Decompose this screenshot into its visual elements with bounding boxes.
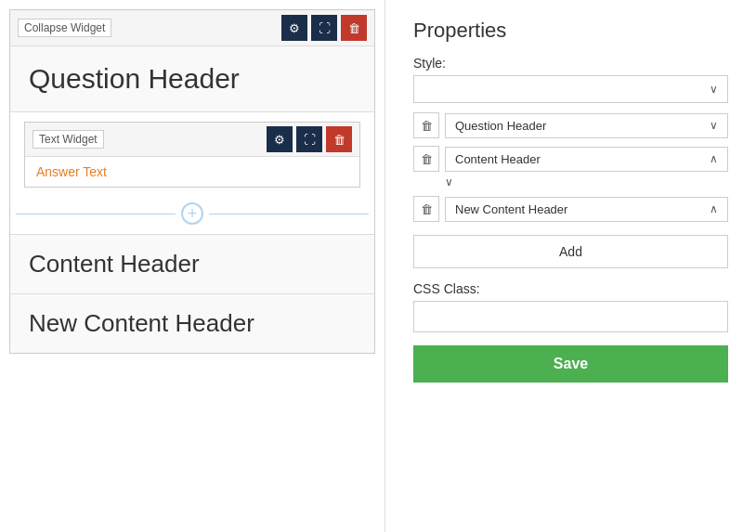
content-header-style-label: Content Header [455, 152, 541, 166]
text-widget-expand-button[interactable]: ⛶ [296, 126, 322, 152]
collapse-widget: Collapse Widget ⚙ ⛶ 🗑 Question Header Te… [9, 9, 375, 354]
style-rows: 🗑 Question Header ∨ 🗑 Content Header ∧ ∨… [413, 112, 728, 222]
style-select-arrow: ∨ [710, 83, 718, 96]
text-widget-delete-button[interactable]: 🗑 [326, 126, 352, 152]
text-widget-settings-button[interactable]: ⚙ [267, 126, 293, 152]
collapse-widget-header: Collapse Widget ⚙ ⛶ 🗑 [10, 10, 374, 46]
add-circle-button[interactable]: + [181, 202, 203, 225]
save-button[interactable]: Save [413, 345, 728, 383]
delete-new-content-header-button[interactable]: 🗑 [413, 196, 439, 222]
text-widget-header: Text Widget ⚙ ⛶ 🗑 [25, 123, 359, 157]
left-panel: Collapse Widget ⚙ ⛶ 🗑 Question Header Te… [0, 0, 385, 532]
question-header-text: Question Header [29, 63, 240, 94]
text-widget-label: Text Widget [33, 130, 104, 149]
settings-button[interactable]: ⚙ [281, 15, 307, 41]
content-header-block: Content Header [10, 234, 374, 293]
question-header-block: Question Header [10, 46, 374, 112]
css-class-label: CSS Class: [413, 281, 728, 296]
style-select[interactable]: ∨ [413, 75, 728, 103]
content-header-text: Content Header [29, 250, 200, 278]
question-header-chevron-down[interactable]: ∨ [710, 119, 718, 132]
css-class-input[interactable] [413, 301, 728, 332]
content-header-chevron-up[interactable]: ∧ [710, 152, 718, 165]
new-content-header-chevron-up[interactable]: ∧ [710, 202, 718, 215]
style-row-content-header: 🗑 Content Header ∧ [413, 146, 728, 172]
add-line-left [16, 214, 176, 214]
content-header-extra-chevron-row: ∨ [413, 175, 728, 188]
right-panel: Properties Style: ∨ 🗑 Question Header ∨ … [385, 0, 756, 532]
style-row-new-content-header: 🗑 New Content Header ∧ [413, 196, 728, 222]
add-button[interactable]: Add [413, 235, 728, 268]
add-line-right [209, 214, 369, 214]
style-row-question-header-inner: Question Header ∨ [445, 113, 728, 138]
new-content-header-block: New Content Header [10, 293, 374, 353]
expand-button[interactable]: ⛶ [311, 15, 337, 41]
style-row-new-content-header-inner: New Content Header ∧ [445, 197, 728, 222]
new-content-header-style-label: New Content Header [455, 202, 567, 216]
add-row: + [10, 197, 374, 234]
delete-content-header-button[interactable]: 🗑 [413, 146, 439, 172]
text-widget: Text Widget ⚙ ⛶ 🗑 Answer Text [24, 122, 360, 188]
delete-question-header-button[interactable]: 🗑 [413, 112, 439, 138]
collapse-widget-actions: ⚙ ⛶ 🗑 [281, 15, 367, 41]
style-row-question-header: 🗑 Question Header ∨ [413, 112, 728, 138]
question-header-style-label: Question Header [455, 119, 546, 133]
collapse-widget-label: Collapse Widget [18, 19, 111, 37]
new-content-header-text: New Content Header [29, 309, 254, 337]
content-header-extra-chevron[interactable]: ∨ [445, 175, 453, 188]
properties-title: Properties [413, 19, 728, 43]
style-label: Style: [413, 56, 728, 71]
text-widget-actions: ⚙ ⛶ 🗑 [267, 126, 352, 152]
style-row-content-header-inner: Content Header ∧ [445, 147, 728, 172]
delete-button[interactable]: 🗑 [341, 15, 367, 41]
style-row-content-header-wrapper: 🗑 Content Header ∧ ∨ [413, 146, 728, 188]
answer-text: Answer Text [25, 157, 359, 187]
